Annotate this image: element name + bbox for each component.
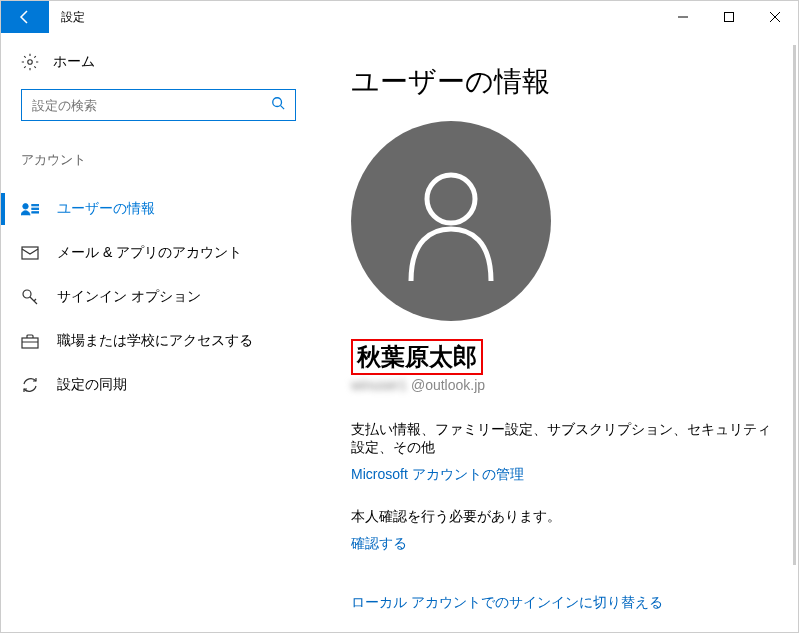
verify-text: 本人確認を行う必要があります。 [351,508,778,526]
payment-info-text: 支払い情報、ファミリー設定、サブスクリプション、セキュリティ設定、その他 [351,421,778,457]
window-title: 設定 [49,9,660,26]
svg-point-4 [28,60,33,65]
minimize-icon [678,12,688,22]
back-button[interactable] [1,1,49,33]
sidebar-item-label: 設定の同期 [57,376,127,394]
minimize-button[interactable] [660,1,706,33]
search-input-container[interactable] [21,89,296,121]
svg-point-14 [427,175,475,223]
verify-link[interactable]: 確認する [351,535,407,553]
svg-rect-9 [32,208,39,209]
home-link[interactable]: ホーム [21,53,311,71]
maximize-button[interactable] [706,1,752,33]
sidebar-item-work-school[interactable]: 職場または学校にアクセスする [21,319,311,363]
home-label: ホーム [53,53,95,71]
sidebar-section-header: アカウント [21,151,311,169]
mail-icon [21,246,39,260]
page-title: ユーザーの情報 [351,63,778,101]
sidebar-item-user-info[interactable]: ユーザーの情報 [21,187,311,231]
svg-rect-10 [32,212,39,213]
person-badge-icon [21,202,39,216]
search-input[interactable] [32,98,271,113]
svg-line-6 [281,106,285,110]
close-icon [770,12,780,22]
svg-rect-11 [22,247,38,259]
svg-rect-1 [725,13,734,22]
maximize-icon [724,12,734,22]
avatar [351,121,551,321]
svg-rect-13 [22,338,38,348]
key-icon [21,288,39,306]
user-email: winuser1 @outlook.jp [351,377,778,393]
scrollbar[interactable] [793,45,796,565]
user-name: 秋葉原太郎 [351,339,483,375]
close-button[interactable] [752,1,798,33]
sidebar-item-label: ユーザーの情報 [57,200,155,218]
sidebar-item-label: サインイン オプション [57,288,201,306]
sidebar-item-label: メール & アプリのアカウント [57,244,242,262]
sidebar-item-email-accounts[interactable]: メール & アプリのアカウント [21,231,311,275]
sync-icon [21,376,39,394]
person-icon [396,161,506,281]
briefcase-icon [21,333,39,349]
search-icon [271,96,285,114]
svg-rect-8 [32,205,39,206]
svg-point-7 [23,204,28,209]
sidebar-item-signin-options[interactable]: サインイン オプション [21,275,311,319]
arrow-left-icon [17,9,33,25]
sidebar-item-sync[interactable]: 設定の同期 [21,363,311,407]
gear-icon [21,53,39,71]
svg-point-5 [273,98,282,107]
local-signin-link[interactable]: ローカル アカウントでのサインインに切り替える [351,594,663,612]
manage-account-link[interactable]: Microsoft アカウントの管理 [351,466,524,484]
sidebar-item-label: 職場または学校にアクセスする [57,332,253,350]
svg-point-12 [23,290,31,298]
